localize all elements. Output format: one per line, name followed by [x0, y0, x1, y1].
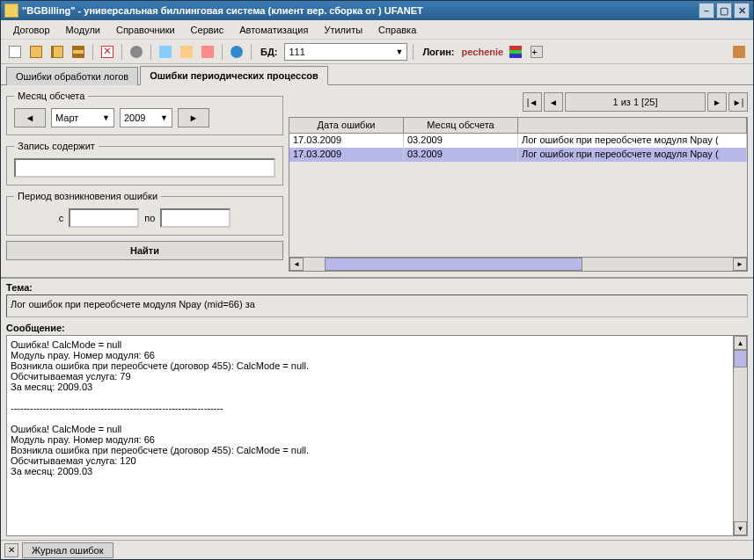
- tema-label: Тема:: [6, 282, 748, 293]
- new-icon[interactable]: [6, 43, 24, 61]
- pager-first-button[interactable]: |◄: [523, 92, 542, 112]
- flag-icon[interactable]: [507, 43, 524, 61]
- period-from-input[interactable]: [69, 208, 139, 228]
- maximize-button[interactable]: ▢: [716, 3, 732, 18]
- db-select[interactable]: 111▼: [284, 43, 407, 61]
- v-scroll-thumb[interactable]: [734, 350, 747, 367]
- menubar: Договор Модули Справочники Сервис Автома…: [1, 20, 753, 40]
- msg-text[interactable]: Ошибка! CalcMode = null Модуль npay. Ном…: [7, 336, 733, 535]
- pager-prev-button[interactable]: ◄: [544, 92, 563, 112]
- grid-icon[interactable]: [70, 43, 87, 61]
- scroll-up-icon[interactable]: ▲: [734, 336, 747, 350]
- scroll-right-icon[interactable]: ►: [733, 258, 747, 271]
- menu-utility[interactable]: Утилиты: [317, 23, 370, 37]
- login-value: pechenie: [462, 47, 504, 57]
- scroll-down-icon[interactable]: ▼: [734, 521, 747, 535]
- scroll-left-icon[interactable]: ◄: [289, 258, 304, 271]
- tool-c-icon[interactable]: [199, 43, 216, 61]
- tab-log-errors[interactable]: Ошибки обработки логов: [6, 67, 138, 85]
- table-panel: |◄ ◄ 1 из 1 [25] ► ►| Дата ошибки Месяц …: [289, 85, 753, 277]
- menu-dogovor[interactable]: Договор: [6, 23, 57, 37]
- menu-moduli[interactable]: Модули: [59, 23, 107, 37]
- main-area: Месяц обсчета ◄ Март▼ 2009▼ ► Запись сод…: [1, 85, 753, 540]
- bottom-tab-journal[interactable]: Журнал ошибок: [22, 542, 113, 558]
- msg-label: Сообщение:: [6, 323, 748, 333]
- find-button[interactable]: Найти: [6, 241, 283, 260]
- h-scrollbar[interactable]: ◄ ►: [289, 257, 747, 271]
- menu-spravochniki[interactable]: Справочники: [109, 23, 182, 37]
- contains-legend: Запись содержит: [14, 141, 99, 151]
- titlebar: "BGBilling" - универсальная биллинговая …: [1, 1, 753, 20]
- table-row[interactable]: 17.03.2009 03.2009 Лог ошибок при переоб…: [289, 134, 747, 148]
- contains-fieldset: Запись содержит: [6, 141, 283, 185]
- pager: |◄ ◄ 1 из 1 [25] ► ►|: [289, 91, 748, 113]
- menu-spravka[interactable]: Справка: [371, 23, 423, 37]
- window-title: "BGBilling" - универсальная биллинговая …: [22, 5, 699, 16]
- col-month[interactable]: Месяц обсчета: [404, 118, 518, 133]
- login-label: Логин:: [422, 47, 454, 57]
- month-legend: Месяц обсчета: [14, 91, 88, 101]
- bottom-close-button[interactable]: ✕: [4, 543, 18, 557]
- msg-box: Ошибка! CalcMode = null Модуль npay. Ном…: [6, 335, 748, 536]
- period-fieldset: Период возникновения ошибки с по: [6, 191, 283, 236]
- pager-last-button[interactable]: ►|: [728, 92, 748, 112]
- db-value: 111: [289, 47, 304, 57]
- period-from-label: с: [59, 213, 64, 223]
- pager-info: 1 из 1 [25]: [565, 92, 706, 112]
- detail-panel: Тема: Лог ошибок при переобсчете модуля …: [1, 277, 753, 540]
- delete-icon[interactable]: [99, 43, 116, 61]
- minimize-button[interactable]: –: [699, 3, 714, 18]
- tabbar: Ошибки обработки логов Ошибки периодичес…: [1, 64, 753, 85]
- menu-servis[interactable]: Сервис: [184, 23, 231, 37]
- month-next-button[interactable]: ►: [178, 108, 209, 127]
- period-to-label: по: [144, 213, 155, 223]
- plus-icon[interactable]: +: [528, 43, 545, 61]
- error-grid: Дата ошибки Месяц обсчета 17.03.2009 03.…: [289, 117, 748, 272]
- month-prev-button[interactable]: ◄: [14, 108, 46, 127]
- tool-a-icon[interactable]: [157, 43, 174, 61]
- month-select[interactable]: Март▼: [51, 108, 114, 127]
- month-fieldset: Месяц обсчета ◄ Март▼ 2009▼ ►: [6, 91, 283, 135]
- period-to-input[interactable]: [160, 208, 231, 228]
- scroll-thumb[interactable]: [325, 258, 582, 271]
- table-row[interactable]: 17.03.2009 03.2009 Лог ошибок при переоб…: [289, 148, 747, 162]
- close-button[interactable]: ✕: [734, 3, 750, 18]
- bottom-bar: ✕ Журнал ошибок: [1, 540, 753, 559]
- tab-periodic-errors[interactable]: Ошибки периодических процессов: [140, 66, 328, 85]
- period-legend: Период возникновения ошибки: [14, 191, 161, 201]
- menu-avtomat[interactable]: Автоматизация: [232, 23, 315, 37]
- gear-icon[interactable]: [128, 43, 145, 61]
- tema-value: Лог ошибок при переобсчете модуля Npay (…: [6, 295, 748, 317]
- contains-input[interactable]: [14, 158, 275, 178]
- app-window: "BGBilling" - универсальная биллинговая …: [0, 0, 754, 560]
- app-icon: [4, 4, 18, 18]
- pager-next-button[interactable]: ►: [707, 92, 727, 112]
- tree-icon[interactable]: [48, 43, 66, 61]
- exit-icon[interactable]: [730, 43, 748, 61]
- col-date[interactable]: Дата ошибки: [289, 118, 404, 133]
- refresh-icon[interactable]: [228, 43, 245, 61]
- year-select[interactable]: 2009▼: [120, 108, 172, 127]
- v-scrollbar[interactable]: ▲ ▼: [733, 336, 747, 535]
- col-subject[interactable]: [518, 118, 747, 133]
- toolbar: БД: 111▼ Логин: pechenie +: [1, 40, 753, 64]
- open-icon[interactable]: [27, 43, 45, 61]
- tool-b-icon[interactable]: [178, 43, 195, 61]
- filter-panel: Месяц обсчета ◄ Март▼ 2009▼ ► Запись сод…: [1, 85, 289, 277]
- grid-header: Дата ошибки Месяц обсчета: [289, 118, 747, 134]
- db-label: БД:: [260, 47, 277, 57]
